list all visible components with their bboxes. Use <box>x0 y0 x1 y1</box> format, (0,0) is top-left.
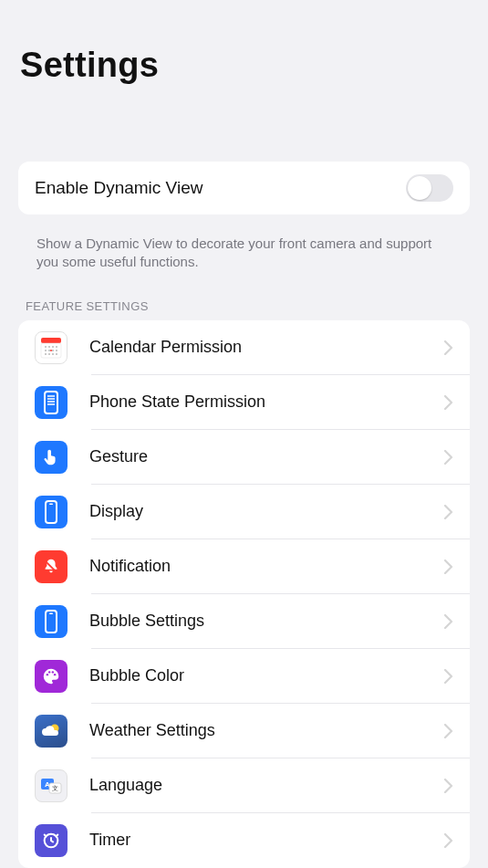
chevron-right-icon <box>444 833 453 848</box>
row-gesture[interactable]: Gesture <box>18 430 470 485</box>
row-label: Notification <box>89 557 444 576</box>
enable-dynamic-view-toggle[interactable] <box>406 174 453 202</box>
row-label: Gesture <box>89 447 444 466</box>
feature-list: Calendar Permission Phone State Permissi… <box>18 320 470 868</box>
row-label: Language <box>89 776 444 795</box>
chevron-right-icon <box>444 340 453 355</box>
toggle-knob <box>408 176 431 200</box>
row-label: Phone State Permission <box>89 392 444 412</box>
svg-point-8 <box>52 350 54 351</box>
svg-point-14 <box>50 350 52 351</box>
svg-point-4 <box>52 346 54 348</box>
page-title: Settings <box>0 0 488 85</box>
chevron-right-icon <box>444 724 453 738</box>
display-icon <box>35 605 67 638</box>
row-label: Weather Settings <box>89 721 444 740</box>
weather-icon <box>35 715 67 748</box>
toggle-label: Enable Dynamic View <box>35 178 202 198</box>
row-bubble-settings[interactable]: Bubble Settings <box>18 594 470 649</box>
svg-rect-15 <box>45 392 57 413</box>
chevron-right-icon <box>444 669 453 684</box>
svg-point-3 <box>48 346 50 348</box>
row-language[interactable]: A 文 Language <box>18 758 470 813</box>
row-display[interactable]: Display <box>18 485 470 539</box>
svg-point-26 <box>48 671 50 673</box>
svg-rect-0 <box>41 338 61 343</box>
language-icon: A 文 <box>35 769 67 802</box>
chevron-right-icon <box>444 779 453 793</box>
svg-point-9 <box>56 350 57 351</box>
toggle-card: Enable Dynamic View <box>18 162 470 214</box>
svg-point-25 <box>47 673 48 675</box>
row-phone-state-permission[interactable]: Phone State Permission <box>18 375 470 430</box>
svg-point-12 <box>52 353 54 355</box>
row-label: Bubble Color <box>89 666 444 685</box>
svg-point-27 <box>52 671 54 673</box>
toggle-description: Show a Dynamic View to decorate your fro… <box>0 225 488 272</box>
svg-rect-21 <box>49 503 53 505</box>
row-timer[interactable]: Timer <box>18 813 470 868</box>
timer-icon <box>35 824 67 857</box>
hand-icon <box>35 441 67 474</box>
svg-text:文: 文 <box>52 785 58 791</box>
row-weather-settings[interactable]: Weather Settings <box>18 704 470 758</box>
svg-point-11 <box>48 353 50 355</box>
chevron-right-icon <box>444 395 453 410</box>
section-header-feature-settings: FEATURE SETTINGS <box>0 272 488 320</box>
chevron-right-icon <box>444 559 453 574</box>
svg-point-5 <box>56 346 57 348</box>
chevron-right-icon <box>444 614 453 629</box>
row-label: Timer <box>89 831 444 850</box>
svg-point-2 <box>45 346 47 348</box>
chevron-right-icon <box>444 505 453 519</box>
palette-icon <box>35 660 67 693</box>
svg-point-7 <box>48 350 50 351</box>
row-label: Display <box>89 502 444 521</box>
svg-point-28 <box>54 673 56 675</box>
svg-point-10 <box>45 353 47 355</box>
row-notification[interactable]: Notification <box>18 539 470 594</box>
display-icon <box>35 496 67 528</box>
row-calendar-permission[interactable]: Calendar Permission <box>18 320 470 375</box>
row-bubble-color[interactable]: Bubble Color <box>18 649 470 704</box>
bell-icon <box>35 550 67 583</box>
row-label: Calendar Permission <box>89 338 444 357</box>
svg-point-13 <box>56 353 57 355</box>
enable-dynamic-view-row: Enable Dynamic View <box>18 162 470 214</box>
svg-point-6 <box>45 350 47 351</box>
svg-rect-24 <box>49 612 53 614</box>
row-label: Bubble Settings <box>89 612 444 631</box>
chevron-right-icon <box>444 450 453 465</box>
calendar-icon <box>35 331 67 364</box>
phone-icon <box>35 386 67 419</box>
